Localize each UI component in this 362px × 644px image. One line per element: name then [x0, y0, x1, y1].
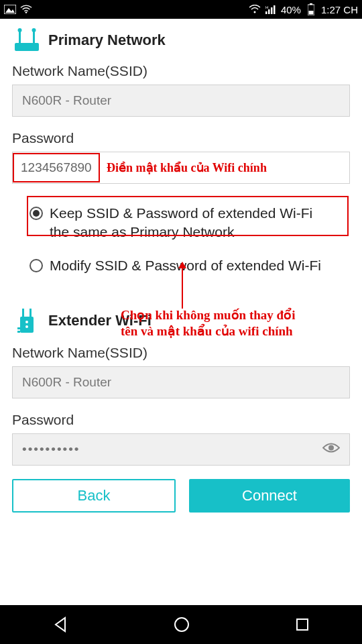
radio-checked-icon — [29, 207, 43, 220]
option-modify-ssid[interactable]: Modify SSID & Password of extended Wi-Fi — [29, 252, 333, 282]
eye-icon[interactable] — [322, 442, 340, 458]
wifi-icon — [20, 3, 32, 15]
nav-home-icon[interactable] — [172, 615, 191, 634]
back-button-label: Back — [78, 487, 111, 504]
svg-point-28 — [175, 618, 188, 631]
svg-rect-22 — [17, 327, 20, 329]
connect-button-label: Connect — [242, 487, 297, 504]
svg-rect-20 — [22, 309, 24, 317]
svg-rect-14 — [33, 31, 35, 43]
svg-rect-5 — [268, 9, 270, 14]
svg-point-16 — [32, 28, 36, 32]
ssid-options-group: Keep SSID & Password of extended Wi-Fi t… — [12, 200, 350, 282]
primary-title: Primary Network — [48, 32, 166, 49]
primary-password-value: 1234567890 — [21, 160, 92, 175]
primary-password-label: Password — [12, 130, 350, 146]
extender-password-input[interactable]: •••••••••• — [12, 433, 350, 466]
extender-ssid-label: Network Name(SSID) — [12, 345, 350, 361]
svg-point-3 — [253, 11, 255, 13]
extender-title: Extender Wi-Fi — [48, 312, 152, 329]
primary-section-header: Primary Network — [12, 28, 350, 52]
radio-unchecked-icon — [29, 259, 43, 272]
svg-rect-21 — [29, 309, 32, 317]
extender-section-header: Extender Wi-Fi — [12, 307, 350, 334]
svg-point-15 — [18, 28, 22, 32]
extender-icon — [12, 307, 42, 334]
cell-signal-icon: H — [265, 3, 277, 15]
extender-ssid-input[interactable]: N600R - Router — [12, 366, 350, 398]
svg-rect-19 — [20, 317, 34, 333]
svg-marker-1 — [5, 8, 15, 13]
extender-password-label: Password — [12, 412, 350, 428]
nav-recent-icon[interactable] — [294, 616, 311, 633]
battery-icon — [305, 3, 317, 15]
svg-rect-11 — [308, 11, 313, 15]
primary-password-highlight: 1234567890 — [13, 153, 100, 182]
option-keep-ssid[interactable]: Keep SSID & Password of extended Wi-Fi t… — [29, 200, 333, 248]
svg-marker-27 — [56, 618, 65, 631]
svg-rect-23 — [17, 331, 20, 333]
connect-button[interactable]: Connect — [189, 479, 350, 513]
svg-rect-7 — [274, 5, 276, 14]
android-nav-bar — [0, 605, 362, 644]
svg-text:H: H — [265, 5, 268, 9]
svg-point-25 — [25, 325, 28, 328]
extender-ssid-value: N600R - Router — [22, 375, 111, 390]
button-row: Back Connect — [0, 479, 362, 513]
option-modify-label: Modify SSID & Password of extended Wi-Fi — [50, 256, 321, 275]
back-button[interactable]: Back — [12, 479, 176, 513]
svg-point-26 — [328, 445, 334, 451]
primary-ssid-input[interactable]: N600R - Router — [12, 85, 350, 117]
wifi-signal-icon — [249, 3, 261, 15]
status-bar: H 40% 1:27 CH — [0, 0, 362, 19]
svg-rect-29 — [297, 619, 308, 630]
svg-rect-6 — [271, 7, 273, 14]
primary-ssid-value: N600R - Router — [22, 93, 111, 108]
svg-rect-12 — [15, 43, 39, 51]
svg-point-2 — [25, 11, 27, 13]
svg-point-24 — [25, 321, 28, 323]
password-annotation: Điền mật khẩu của Wifi chính — [107, 160, 267, 175]
nav-back-icon[interactable] — [51, 615, 70, 634]
battery-percent: 40% — [281, 4, 301, 15]
option-keep-label: Keep SSID & Password of extended Wi-Fi t… — [50, 204, 333, 241]
primary-ssid-label: Network Name(SSID) — [12, 63, 350, 79]
image-icon — [4, 3, 16, 15]
clock-time: 1:27 CH — [321, 4, 358, 15]
extender-password-value: •••••••••• — [22, 442, 80, 457]
main-content: Primary Network Network Name(SSID) N600R… — [0, 19, 362, 466]
svg-rect-4 — [265, 11, 267, 14]
svg-rect-13 — [19, 31, 21, 43]
primary-password-input[interactable]: 1234567890 Điền mật khẩu của Wifi chính — [12, 152, 350, 184]
router-icon — [12, 28, 42, 52]
